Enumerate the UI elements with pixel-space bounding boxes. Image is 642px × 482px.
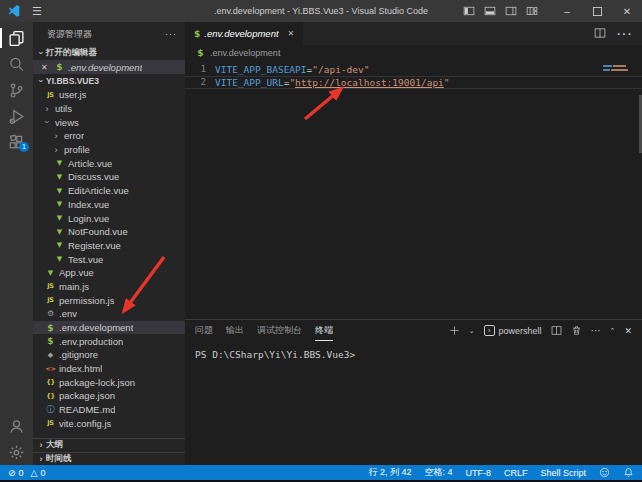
explorer-icon[interactable] <box>0 25 33 51</box>
tree-item-utils[interactable]: ›utils <box>33 102 185 116</box>
chevron-down-icon: › <box>36 76 46 86</box>
tab-env-development[interactable]: $ .env.development ✕ <box>185 22 303 45</box>
tree-item-article-vue[interactable]: ▼Article.vue <box>33 156 185 170</box>
tree-item-package-json[interactable]: {}package.json <box>33 389 185 403</box>
tree-item-main-js[interactable]: JSmain.js <box>33 280 185 294</box>
title-bar: ☰ .env.development - Yi.BBS.Vue3 - Visua… <box>0 0 642 22</box>
status-bar: ⊘0 △0 行 2, 列 42空格: 4UTF-8CRLFShell Scrip… <box>0 465 642 480</box>
tree-item-gitignore[interactable]: ◆.gitignore <box>33 348 185 362</box>
toggle-secondary-sidebar-icon[interactable] <box>500 0 521 22</box>
vue-file-icon: ▼ <box>54 241 65 249</box>
shell-file-icon: $ <box>195 48 206 58</box>
kill-terminal-icon[interactable] <box>571 325 582 336</box>
maximize-panel-icon[interactable]: ⌃ <box>610 327 616 335</box>
tree-item-env[interactable]: ⚙.env <box>33 307 185 321</box>
extensions-icon[interactable]: 1 <box>0 129 33 155</box>
tab-close-icon[interactable]: ✕ <box>288 29 295 38</box>
editor-more-actions-icon[interactable]: ··· <box>616 25 632 43</box>
account-icon[interactable] <box>0 413 33 439</box>
run-and-debug-icon[interactable] <box>0 103 33 129</box>
status-item[interactable]: UTF-8 <box>465 468 491 478</box>
vscode-window: ☰ .env.development - Yi.BBS.Vue3 - Visua… <box>0 0 642 482</box>
toggle-sidebar-icon[interactable] <box>458 0 479 22</box>
breadcrumb[interactable]: $ .env.development <box>185 45 642 61</box>
open-editor-item-env-development[interactable]: ✕ $ .env.development <box>33 60 185 74</box>
terminal-dropdown-icon[interactable]: ⌄ <box>469 327 475 335</box>
code-text: VITE_APP_URL="http://localhost:19001/api… <box>215 76 450 89</box>
tree-item-user-js[interactable]: JSuser.js <box>33 88 185 102</box>
code-line-1[interactable]: 1VITE_APP_BASEAPI="/api-dev" <box>185 63 642 76</box>
sidebar-section-时间线[interactable]: ›时间线 <box>33 452 185 466</box>
tree-item-profile[interactable]: ›profile <box>33 143 185 157</box>
tree-item-vite-config-js[interactable]: JSvite.config.js <box>33 417 185 431</box>
status-item[interactable]: Shell Script <box>540 468 586 478</box>
tree-item-env-production[interactable]: $.env.production <box>33 334 185 348</box>
tree-item-notfound-vue[interactable]: ▼NotFound.vue <box>33 225 185 239</box>
tree-item-env-development[interactable]: $.env.development <box>33 321 185 335</box>
toggle-panel-icon[interactable] <box>479 0 500 22</box>
customize-layout-icon[interactable] <box>521 0 542 22</box>
minimap[interactable] <box>603 65 628 71</box>
project-section-header[interactable]: › YI.BBS.VUE3 <box>33 74 185 88</box>
tree-item-test-vue[interactable]: ▼Test.vue <box>33 252 185 266</box>
minimize-button[interactable]: – <box>552 0 582 22</box>
bottom-panel: 问题输出调试控制台终端 ⌄ › powershell <box>185 319 642 465</box>
panel-tab-调试控制台[interactable]: 调试控制台 <box>257 320 302 341</box>
split-terminal-icon[interactable] <box>551 325 562 336</box>
split-editor-icon[interactable] <box>594 25 606 43</box>
panel-tab-问题[interactable]: 问题 <box>195 320 213 341</box>
line-number: 1 <box>185 63 215 76</box>
close-panel-icon[interactable]: ✕ <box>624 326 632 336</box>
info-file-icon: ⓘ <box>45 404 56 416</box>
feedback-smiley-icon[interactable] <box>599 467 610 478</box>
search-icon[interactable] <box>0 51 33 77</box>
source-control-icon[interactable] <box>0 77 33 103</box>
tree-item-login-vue[interactable]: ▼Login.vue <box>33 211 185 225</box>
tree-item-views[interactable]: ›views <box>33 115 185 129</box>
tree-item-register-vue[interactable]: ▼Register.vue <box>33 239 185 253</box>
panel-more-actions-icon[interactable]: ··· <box>591 325 601 336</box>
tree-item-permission-js[interactable]: JSpermission.js <box>33 293 185 307</box>
status-item[interactable]: CRLF <box>504 468 528 478</box>
open-editors-header[interactable]: › 打开的编辑器 <box>33 46 185 60</box>
settings-gear-icon[interactable] <box>0 439 33 465</box>
close-button[interactable]: ✕ <box>612 0 642 22</box>
vue-file-icon: ▼ <box>45 269 56 277</box>
vue-file-icon: ▼ <box>54 200 65 208</box>
tree-item-package-lock-json[interactable]: {}package-lock.json <box>33 375 185 389</box>
status-item[interactable]: 行 2, 列 42 <box>368 466 411 479</box>
problems-status[interactable]: ⊘0 △0 <box>8 468 46 478</box>
shell-file-icon: $ <box>54 62 65 72</box>
panel-tab-终端[interactable]: 终端 <box>315 320 333 341</box>
new-terminal-icon[interactable] <box>449 325 460 336</box>
terminal-profile[interactable]: › powershell <box>484 325 542 336</box>
tree-item-index-html[interactable]: <>index.html <box>33 362 185 376</box>
notifications-bell-icon[interactable] <box>623 467 634 478</box>
close-icon[interactable]: ✕ <box>41 63 51 72</box>
sidebar-section-大纲[interactable]: ›大纲 <box>33 438 185 452</box>
menu-icon[interactable]: ☰ <box>32 5 42 18</box>
terminal-output[interactable]: PS D:\CSharp\Yi\Yi.BBS.Vue3> <box>185 341 642 465</box>
tree-item-app-vue[interactable]: ▼App.vue <box>33 266 185 280</box>
tree-item-discuss-vue[interactable]: ▼Discuss.vue <box>33 170 185 184</box>
panel-tab-输出[interactable]: 输出 <box>226 320 244 341</box>
maximize-button[interactable] <box>582 0 612 22</box>
vue-file-icon: ▼ <box>54 173 65 181</box>
tree-item-label: package.json <box>59 390 115 401</box>
vscode-logo-icon <box>7 4 21 18</box>
tree-item-label: .env.development <box>59 322 133 333</box>
chevron-right-icon: › <box>51 145 61 155</box>
shell-file-icon: $ <box>194 29 200 39</box>
js-file-icon: JS <box>45 282 56 290</box>
explorer-more-actions-icon[interactable]: ··· <box>165 29 177 39</box>
tree-item-index-vue[interactable]: ▼Index.vue <box>33 198 185 212</box>
html-file-icon: <> <box>45 365 56 373</box>
explorer-sidebar: 资源管理器 ··· › 打开的编辑器 ✕ $ .env.development … <box>33 22 185 465</box>
tree-item-editarticle-vue[interactable]: ▼EditArticle.vue <box>33 184 185 198</box>
tree-item-error[interactable]: ›error <box>33 129 185 143</box>
shell-file-icon: $ <box>45 323 56 333</box>
code-line-2[interactable]: 2VITE_APP_URL="http://localhost:19001/ap… <box>185 76 642 89</box>
tree-item-readme-md[interactable]: ⓘREADME.md <box>33 403 185 417</box>
code-editor[interactable]: 1VITE_APP_BASEAPI="/api-dev"2VITE_APP_UR… <box>185 61 642 319</box>
status-item[interactable]: 空格: 4 <box>424 466 452 479</box>
